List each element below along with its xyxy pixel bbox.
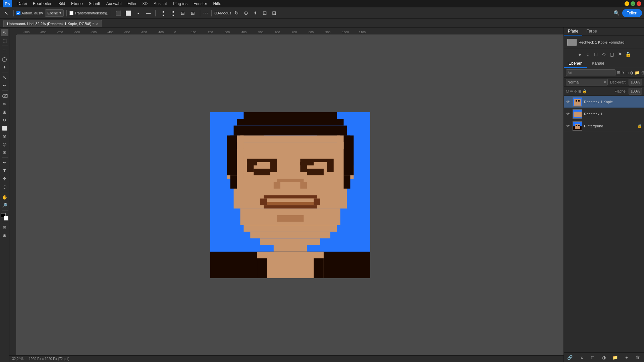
layer-visibility-rechteck1kopie[interactable]: 👁 [566, 100, 571, 104]
tab-close-button[interactable]: × [96, 21, 99, 26]
move-tool-button[interactable]: ↖ [2, 9, 11, 17]
crop-tool[interactable]: ⤡ [1, 74, 8, 81]
layer-search-input[interactable] [566, 69, 615, 76]
menu-3d[interactable]: 3D [140, 1, 150, 7]
align-left-button[interactable]: ⬛ [114, 9, 122, 17]
eyedropper-tool[interactable]: ✒ [1, 82, 8, 89]
layer-folder-button[interactable]: 📁 [635, 70, 640, 76]
pen-tool[interactable]: ✒ [1, 159, 8, 166]
zoom-tool[interactable]: 🔎 [1, 201, 8, 209]
layers-tab[interactable]: Ebenen [564, 60, 587, 68]
opacity-input[interactable]: 100% [629, 79, 642, 85]
3d-obj-button[interactable]: ⊡ [261, 9, 269, 17]
menu-schrift[interactable]: Schrift [86, 1, 103, 7]
artboard-tool[interactable]: ⬚ [1, 37, 8, 44]
add-style-button[interactable]: fx [578, 354, 585, 361]
marquee-tool[interactable]: ⬚ [1, 47, 8, 55]
stroke-circle-shape[interactable]: ○ [585, 51, 591, 58]
blur-tool[interactable]: ◎ [1, 140, 8, 148]
window-minimize-button[interactable]: − [625, 1, 629, 6]
menu-filter[interactable]: Filter [125, 1, 139, 7]
canvas-container[interactable] [17, 35, 564, 355]
path-select-tool[interactable]: ✣ [1, 175, 8, 182]
flag-shape[interactable]: ⚑ [617, 51, 624, 58]
blend-mode-dropdown[interactable]: Normal ▾ [566, 79, 608, 85]
layer-row-hintergrund[interactable]: 👁 Hintergrund 🔒 [564, 120, 644, 132]
lock-all-icon[interactable]: 🔒 [582, 89, 587, 94]
square-shape[interactable]: □ [593, 51, 599, 58]
new-layer-button[interactable]: + [623, 354, 630, 361]
layer-row-rechteck1[interactable]: 👁 Rechteck 1 [564, 108, 644, 120]
fill-circle-shape[interactable]: ● [577, 51, 583, 58]
lock-transparent-icon[interactable]: ⬡ [566, 89, 569, 94]
menu-datei[interactable]: Datei [15, 1, 30, 7]
lock-position-icon[interactable]: ✣ [574, 89, 577, 94]
search-button[interactable]: 🔍 [613, 9, 621, 17]
3d-extra-button[interactable]: ⊞ [270, 9, 278, 17]
menu-ansicht[interactable]: Ansicht [151, 1, 169, 7]
color-swatches[interactable] [1, 213, 8, 221]
menu-ebene[interactable]: Ebene [68, 1, 86, 7]
align-top-button[interactable]: — [144, 9, 153, 17]
move-tool[interactable]: ↖ [1, 29, 8, 36]
shape-tool[interactable]: ⬡ [1, 183, 8, 190]
lock-pixels-icon[interactable]: ✏ [570, 89, 573, 94]
lock-shape[interactable]: 🔒 [625, 51, 632, 58]
layer-visibility-rechteck1[interactable]: 👁 [566, 112, 571, 116]
menu-bild[interactable]: Bild [56, 1, 68, 7]
new-group-button[interactable]: 📁 [612, 354, 619, 361]
3d-light-button[interactable]: ✦ [251, 9, 259, 17]
gradient-tool[interactable]: ⊙ [1, 132, 8, 140]
layer-visibility-hintergrund[interactable]: 👁 [566, 124, 571, 128]
color-tab[interactable]: Farbe [582, 27, 601, 36]
layer-kind-button[interactable]: ⊞ [617, 70, 620, 76]
menu-fenster[interactable]: Fenster [191, 1, 210, 7]
hand-tool[interactable]: ✋ [1, 193, 8, 201]
window-maximize-button[interactable]: □ [631, 1, 635, 6]
3d-settings-button[interactable]: ⊕ [242, 9, 250, 17]
layer-dropdown[interactable]: Ebene ▾ [45, 9, 64, 17]
eraser-tool[interactable]: ⬜ [1, 124, 8, 132]
auto-select-checkbox[interactable] [16, 11, 20, 15]
extra-tool-1[interactable]: ⊟ [1, 224, 8, 231]
stamp-tool[interactable]: ⊞ [1, 108, 8, 116]
layer-trash-button[interactable]: 🗑 [641, 70, 644, 76]
align-v-button[interactable]: ⣿ [168, 9, 177, 17]
path-item[interactable]: Rechteck 1 Kopie Formpfad [566, 38, 642, 47]
align-stretch-button[interactable]: ⊞ [189, 9, 197, 17]
align-fill-button[interactable]: ⊟ [178, 9, 187, 17]
magic-wand-tool[interactable]: ✦ [1, 63, 8, 71]
align-right-button[interactable]: ▪ [134, 9, 143, 17]
diamond-shape[interactable]: ◇ [601, 51, 607, 58]
document-tab[interactable]: Unbenannt-1 bei 32,2% (Rechteck 1 Kopie,… [3, 20, 102, 27]
rounded-shape[interactable]: ▢ [609, 51, 615, 58]
extra-tool-2[interactable]: ⊕ [1, 232, 8, 239]
layer-add-effect-button[interactable]: fx [622, 70, 625, 76]
layer-row-rechteck1kopie[interactable]: 👁 Rechteck 1 Kopie [564, 96, 644, 108]
background-color[interactable] [4, 216, 8, 221]
channels-tab[interactable]: Kanäle [587, 60, 609, 68]
menu-plugins[interactable]: Plug-ins [170, 1, 190, 7]
paths-tab[interactable]: Pfade [564, 27, 582, 36]
transform-checkbox[interactable] [69, 11, 73, 15]
more-options-button[interactable]: ··· [203, 10, 208, 16]
lock-artboard-icon[interactable]: ⊞ [578, 89, 581, 94]
window-close-button[interactable]: × [637, 1, 641, 6]
align-center-button[interactable]: ⬜ [124, 9, 132, 17]
text-tool[interactable]: T [1, 167, 8, 174]
history-brush-tool[interactable]: ↺ [1, 116, 8, 124]
fill-input[interactable]: 100% [629, 88, 642, 95]
3d-rotate-button[interactable]: ↻ [232, 9, 240, 17]
link-layers-button[interactable]: 🔗 [567, 354, 573, 361]
align-h-button[interactable]: ⣿ [158, 9, 167, 17]
healing-brush-tool[interactable]: ⌫ [1, 92, 8, 100]
brush-tool[interactable]: ✏ [1, 100, 8, 108]
delete-layer-button[interactable]: 🗑 [635, 354, 641, 361]
layer-adjustment-button[interactable]: ◑ [630, 70, 633, 76]
menu-bearbeiten[interactable]: Bearbeiten [30, 1, 55, 7]
new-adjustment-button[interactable]: ◑ [600, 354, 607, 361]
share-button[interactable]: Teilen [622, 9, 642, 17]
menu-hilfe[interactable]: Hilfe [211, 1, 224, 7]
menu-auswahl[interactable]: Auswahl [104, 1, 124, 7]
lasso-tool[interactable]: ◯ [1, 55, 8, 63]
